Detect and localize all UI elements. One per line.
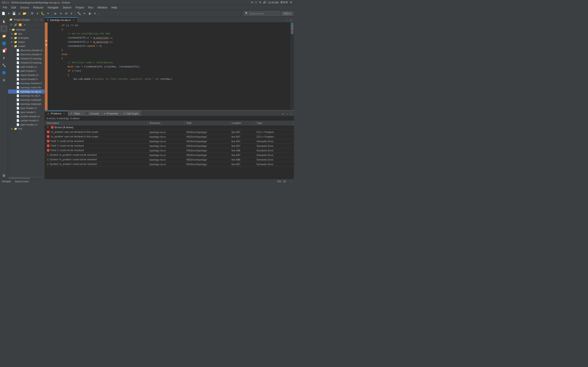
save-btn[interactable]: 💾 bbox=[11, 11, 17, 16]
error-row-8[interactable]: ⚠ Symbol 'm_position' could not be resol… bbox=[45, 162, 294, 167]
collapse-all-btn[interactable]: ⊟ bbox=[9, 23, 13, 27]
menu-run[interactable]: Run bbox=[86, 6, 95, 10]
tree-item-update-cc[interactable]: 📄 update-header.cc bbox=[8, 114, 44, 118]
tab-tasks[interactable]: ✓ Tasks bbox=[68, 111, 83, 116]
tree-item-topo-headers[interactable]: 📄 topology-headers.h bbox=[8, 81, 44, 85]
tree-item-discovery-h[interactable]: 📄 discovery-header.h bbox=[8, 52, 44, 56]
tree-item-report-h[interactable]: 📄 report-header.h bbox=[8, 77, 44, 81]
network2-icon[interactable]: 🔵 bbox=[0, 69, 7, 76]
tab-callgraph[interactable]: ◇ Call Graph bbox=[121, 111, 141, 116]
build-btn[interactable]: ⚒ bbox=[30, 11, 35, 16]
tab-problems[interactable]: ⚠ Problems ✕ bbox=[45, 111, 68, 116]
tools-btn[interactable]: 🔧 bbox=[77, 11, 82, 16]
tree-item-path-cc[interactable]: 📄 path-header.cc bbox=[8, 65, 44, 69]
toolbar-dropdown6[interactable]: ▾ bbox=[82, 11, 87, 16]
tree-item-test[interactable]: ▶ 📁 test bbox=[8, 127, 44, 131]
error-row-5[interactable]: 🔴 Field 'y' could not be resolved topolo… bbox=[45, 148, 294, 153]
error-row-3[interactable]: 🔴 Field 'x' could not be resolved topolo… bbox=[45, 139, 294, 144]
filter-btn[interactable]: 🔽 bbox=[18, 23, 22, 27]
editor-maximize-btn[interactable]: □ bbox=[289, 19, 293, 22]
tree-item-type-h[interactable]: 📄 type-header.h bbox=[8, 110, 44, 114]
error-row-1[interactable]: 🔴 'm_position' was not declared in this … bbox=[45, 130, 294, 134]
bottom-panel-view-menu[interactable]: ▾ bbox=[281, 112, 285, 116]
tree-item-topo-sub1[interactable]: 📄 topology-subgraph. bbox=[8, 98, 44, 102]
coverage-btn[interactable]: ⊕ bbox=[64, 11, 69, 16]
tree-item-model[interactable]: ▼ 📁 model bbox=[8, 44, 44, 48]
quick-access-box[interactable]: 🔍 Quick Access bbox=[243, 11, 280, 16]
tree-area[interactable]: ▼ 📁 topology ▶ 📁 doc ▶ 📁 examples ▶ 📁 he… bbox=[8, 27, 44, 177]
code-view[interactable]: if (i == 0) { // We're considering the R… bbox=[48, 23, 290, 110]
menu-window[interactable]: Window bbox=[95, 6, 109, 10]
debug-btn[interactable]: 🐛 bbox=[40, 11, 45, 16]
error-location-1: line 687 bbox=[230, 130, 255, 134]
bottom-panel-minimize[interactable]: − bbox=[285, 112, 289, 116]
error-group-row[interactable]: ▼ 🔴 Errors (8 items) bbox=[45, 125, 294, 130]
tree-item-path-h[interactable]: 📄 path-header.h bbox=[8, 69, 44, 73]
bottom-panel-maximize[interactable]: □ bbox=[289, 112, 293, 116]
ubuntu-icon[interactable]: 🐧 bbox=[0, 18, 7, 25]
tree-item-helper[interactable]: ▶ 📁 helper bbox=[8, 40, 44, 44]
tree-item-topo-rsu-cc[interactable]: 📄 topology-rsu-ap.cc bbox=[8, 90, 44, 94]
menu-search[interactable]: Search bbox=[61, 6, 73, 10]
menu-edit[interactable]: Edit bbox=[9, 6, 18, 10]
toolbar-dropdown3[interactable]: ▾ bbox=[45, 11, 51, 16]
editor-minimize-btn[interactable]: − bbox=[285, 19, 289, 22]
tree-item-topology[interactable]: ▼ 📁 topology bbox=[8, 27, 44, 32]
menu-help[interactable]: Help bbox=[110, 6, 119, 10]
maximize-panel-btn[interactable]: □ bbox=[40, 18, 43, 22]
run-btn[interactable]: ▶ bbox=[53, 11, 58, 16]
tree-item-path-tilde[interactable]: 📄 path-header.cc~ bbox=[8, 123, 44, 127]
tree-item-topo-rsu-h[interactable]: 📄 topology-rsu-ap.h bbox=[8, 94, 44, 98]
status-insert-mode[interactable]: Smart Insert bbox=[15, 180, 28, 183]
tree-item-examples[interactable]: ▶ 📁 examples bbox=[8, 36, 44, 40]
error-row-6[interactable]: ⚠ Symbol 'm_position' could not be resol… bbox=[45, 153, 294, 157]
new-btn[interactable]: 📄 bbox=[1, 11, 6, 16]
tree-item-topo-sub2[interactable]: 📄 topology-subgraph. bbox=[8, 102, 44, 106]
misc-btn[interactable]: ◉ bbox=[87, 11, 92, 16]
menu-navigate[interactable]: Navigate bbox=[46, 6, 60, 10]
terminal-icon[interactable]: ⬛ bbox=[0, 25, 7, 32]
more-btn[interactable]: ▾ bbox=[23, 23, 27, 27]
minimize-panel-btn[interactable]: − bbox=[35, 18, 39, 22]
status-position[interactable]: 760 : 28 bbox=[277, 180, 286, 183]
code-editor[interactable]: ⚑ ⚑ bbox=[45, 23, 294, 110]
display-icon[interactable]: 🖥 bbox=[0, 77, 7, 83]
error-row-2[interactable]: 🔴 'm_position' was not declared in this … bbox=[45, 134, 294, 139]
menu-file[interactable]: File bbox=[1, 6, 9, 10]
editor-tab-rsu[interactable]: C topology-rsu-ap.cc ✕ bbox=[45, 17, 78, 22]
tools-icon[interactable]: 🔧 bbox=[0, 62, 7, 69]
error-row-7[interactable]: ⚠ Symbol 'm_position' could not be resol… bbox=[45, 157, 294, 162]
toolbar-dropdown2[interactable]: ▾ bbox=[35, 11, 40, 16]
update-icon[interactable]: ⬆ bbox=[0, 55, 7, 61]
tab-close-btn[interactable]: ✕ bbox=[72, 19, 75, 21]
menu-refactor[interactable]: Refactor bbox=[31, 6, 45, 10]
tab-console[interactable]: ⬛ Console bbox=[83, 111, 102, 116]
problems-tab-close[interactable]: ✕ bbox=[63, 112, 65, 115]
tree-item-doc[interactable]: ▶ 📁 doc bbox=[8, 32, 44, 36]
toolbar-dropdown7[interactable]: ▾ bbox=[92, 11, 97, 16]
link-btn[interactable]: 🔗 bbox=[14, 23, 18, 27]
tree-item-topo-node[interactable]: 📄 topology-node-info bbox=[8, 85, 44, 90]
tree-item-ofswitch1[interactable]: 📄 ofswitch13-topolog bbox=[8, 56, 44, 60]
firefox-icon[interactable]: 🌐 bbox=[0, 40, 7, 47]
tab-properties[interactable]: ≡ Properties bbox=[102, 111, 121, 116]
status-writable[interactable]: Writable bbox=[2, 180, 11, 183]
print-btn[interactable]: 🖨 bbox=[17, 11, 22, 16]
tree-item-type-cc[interactable]: 📄 type-header.cc bbox=[8, 106, 44, 110]
toolbar-dropdown4[interactable]: ▾ bbox=[58, 11, 63, 16]
menu-project[interactable]: Project bbox=[74, 6, 86, 10]
toolbar-dropdown5[interactable]: ▾ bbox=[69, 11, 74, 16]
tree-item-ofswitch2[interactable]: 📄 ofswitch13-topolog bbox=[8, 60, 44, 65]
menu-source[interactable]: Source bbox=[18, 6, 31, 10]
tree-item-update-h[interactable]: 📄 update-header.h bbox=[8, 118, 44, 123]
notifications-icon[interactable]: 📋 11 bbox=[0, 47, 7, 54]
tree-item-discovery-cc[interactable]: 📄 discovery-header.cc bbox=[8, 48, 44, 52]
toolbar-dropdown1[interactable]: ▾ bbox=[6, 11, 11, 16]
status-options-btn[interactable]: ⋮ bbox=[290, 180, 292, 183]
open-btn[interactable]: 📂 bbox=[22, 11, 27, 16]
trash-icon[interactable]: 🗑 bbox=[0, 172, 7, 179]
error-row-4[interactable]: 🔴 Field 'x' could not be resolved topolo… bbox=[45, 144, 294, 148]
files-icon[interactable]: 📁 bbox=[0, 33, 7, 40]
tree-item-report-cc[interactable]: 📄 report-header.cc bbox=[8, 73, 44, 77]
perspective-cpp[interactable]: C/C++ bbox=[282, 11, 293, 16]
